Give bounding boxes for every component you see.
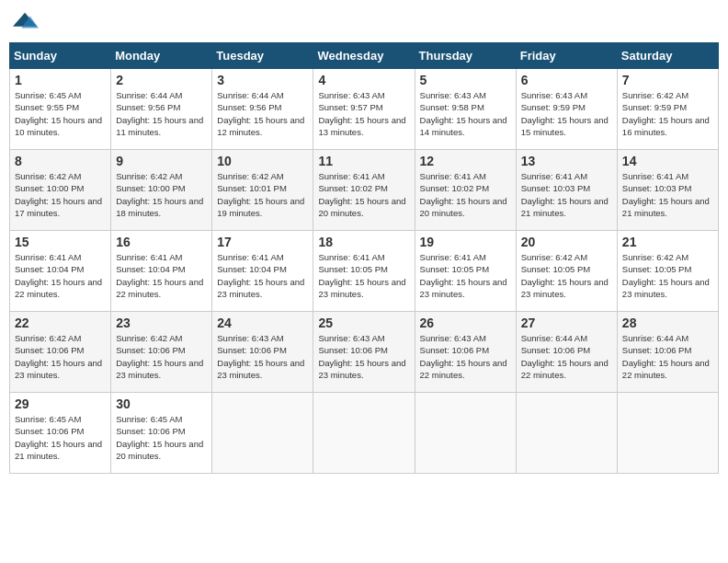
header-sunday: Sunday: [10, 43, 111, 69]
day-info: Sunrise: 6:41 AMSunset: 10:02 PMDaylight…: [420, 170, 511, 219]
calendar-cell: [313, 393, 415, 474]
logo-icon: [13, 9, 39, 35]
calendar-week-row: 15Sunrise: 6:41 AMSunset: 10:04 PMDaylig…: [10, 231, 719, 312]
calendar-cell: [415, 393, 516, 474]
day-number: 9: [116, 154, 207, 168]
day-info: Sunrise: 6:45 AMSunset: 10:06 PMDaylight…: [116, 413, 207, 462]
day-info: Sunrise: 6:42 AMSunset: 10:00 PMDaylight…: [116, 170, 207, 219]
day-number: 3: [217, 73, 308, 87]
day-info: Sunrise: 6:41 AMSunset: 10:04 PMDaylight…: [15, 251, 106, 300]
header-tuesday: Tuesday: [212, 43, 313, 69]
day-info: Sunrise: 6:42 AMSunset: 9:59 PMDaylight:…: [622, 89, 713, 138]
day-info: Sunrise: 6:45 AMSunset: 10:06 PMDaylight…: [15, 413, 106, 462]
day-number: 25: [318, 316, 409, 330]
day-info: Sunrise: 6:43 AMSunset: 9:59 PMDaylight:…: [521, 89, 612, 138]
calendar-cell: 19Sunrise: 6:41 AMSunset: 10:05 PMDaylig…: [415, 231, 516, 312]
calendar-cell: [617, 393, 718, 474]
header-friday: Friday: [516, 43, 617, 69]
day-number: 2: [116, 73, 207, 87]
calendar-cell: 15Sunrise: 6:41 AMSunset: 10:04 PMDaylig…: [10, 231, 111, 312]
day-info: Sunrise: 6:43 AMSunset: 10:06 PMDaylight…: [420, 332, 511, 381]
calendar-cell: 27Sunrise: 6:44 AMSunset: 10:06 PMDaylig…: [516, 312, 617, 393]
day-info: Sunrise: 6:43 AMSunset: 10:06 PMDaylight…: [318, 332, 409, 381]
day-info: Sunrise: 6:44 AMSunset: 9:56 PMDaylight:…: [116, 89, 207, 138]
calendar-cell: 2Sunrise: 6:44 AMSunset: 9:56 PMDaylight…: [111, 69, 212, 150]
calendar-cell: 28Sunrise: 6:44 AMSunset: 10:06 PMDaylig…: [617, 312, 718, 393]
calendar-cell: 14Sunrise: 6:41 AMSunset: 10:03 PMDaylig…: [617, 150, 718, 231]
weekday-header-row: Sunday Monday Tuesday Wednesday Thursday…: [10, 43, 719, 69]
day-info: Sunrise: 6:42 AMSunset: 10:01 PMDaylight…: [217, 170, 308, 219]
calendar-cell: 1Sunrise: 6:45 AMSunset: 9:55 PMDaylight…: [10, 69, 111, 150]
day-info: Sunrise: 6:41 AMSunset: 10:05 PMDaylight…: [420, 251, 511, 300]
day-info: Sunrise: 6:42 AMSunset: 10:05 PMDaylight…: [622, 251, 713, 300]
day-info: Sunrise: 6:41 AMSunset: 10:03 PMDaylight…: [622, 170, 713, 219]
day-info: Sunrise: 6:44 AMSunset: 9:56 PMDaylight:…: [217, 89, 308, 138]
header-thursday: Thursday: [415, 43, 516, 69]
header-monday: Monday: [111, 43, 212, 69]
day-number: 17: [217, 235, 308, 249]
day-info: Sunrise: 6:45 AMSunset: 9:55 PMDaylight:…: [15, 89, 106, 138]
day-number: 8: [15, 154, 106, 168]
calendar-cell: 13Sunrise: 6:41 AMSunset: 10:03 PMDaylig…: [516, 150, 617, 231]
calendar-cell: 16Sunrise: 6:41 AMSunset: 10:04 PMDaylig…: [111, 231, 212, 312]
calendar-week-row: 29Sunrise: 6:45 AMSunset: 10:06 PMDaylig…: [10, 393, 719, 474]
day-info: Sunrise: 6:44 AMSunset: 10:06 PMDaylight…: [521, 332, 612, 381]
day-number: 28: [622, 316, 713, 330]
day-info: Sunrise: 6:42 AMSunset: 10:06 PMDaylight…: [116, 332, 207, 381]
calendar-cell: 4Sunrise: 6:43 AMSunset: 9:57 PMDaylight…: [313, 69, 415, 150]
day-number: 1: [15, 73, 106, 87]
day-number: 14: [622, 154, 713, 168]
day-info: Sunrise: 6:41 AMSunset: 10:04 PMDaylight…: [116, 251, 207, 300]
calendar-cell: 20Sunrise: 6:42 AMSunset: 10:05 PMDaylig…: [516, 231, 617, 312]
calendar-week-row: 1Sunrise: 6:45 AMSunset: 9:55 PMDaylight…: [10, 69, 719, 150]
day-number: 24: [217, 316, 308, 330]
calendar-cell: 8Sunrise: 6:42 AMSunset: 10:00 PMDayligh…: [10, 150, 111, 231]
calendar-cell: 30Sunrise: 6:45 AMSunset: 10:06 PMDaylig…: [111, 393, 212, 474]
day-number: 7: [622, 73, 713, 87]
calendar-cell: 12Sunrise: 6:41 AMSunset: 10:02 PMDaylig…: [415, 150, 516, 231]
day-number: 27: [521, 316, 612, 330]
header-saturday: Saturday: [617, 43, 718, 69]
calendar-cell: 5Sunrise: 6:43 AMSunset: 9:58 PMDaylight…: [415, 69, 516, 150]
day-info: Sunrise: 6:43 AMSunset: 9:57 PMDaylight:…: [318, 89, 409, 138]
day-number: 6: [521, 73, 612, 87]
day-number: 18: [318, 235, 409, 249]
calendar-week-row: 22Sunrise: 6:42 AMSunset: 10:06 PMDaylig…: [10, 312, 719, 393]
logo: [13, 9, 42, 35]
day-info: Sunrise: 6:41 AMSunset: 10:03 PMDaylight…: [521, 170, 612, 219]
calendar-cell: 23Sunrise: 6:42 AMSunset: 10:06 PMDaylig…: [111, 312, 212, 393]
calendar-cell: [212, 393, 313, 474]
calendar-week-row: 8Sunrise: 6:42 AMSunset: 10:00 PMDayligh…: [10, 150, 719, 231]
day-number: 20: [521, 235, 612, 249]
day-info: Sunrise: 6:42 AMSunset: 10:06 PMDaylight…: [15, 332, 106, 381]
day-number: 23: [116, 316, 207, 330]
calendar-cell: 26Sunrise: 6:43 AMSunset: 10:06 PMDaylig…: [415, 312, 516, 393]
calendar-cell: 21Sunrise: 6:42 AMSunset: 10:05 PMDaylig…: [617, 231, 718, 312]
day-number: 16: [116, 235, 207, 249]
day-number: 15: [15, 235, 106, 249]
day-info: Sunrise: 6:44 AMSunset: 10:06 PMDaylight…: [622, 332, 713, 381]
day-info: Sunrise: 6:43 AMSunset: 10:06 PMDaylight…: [217, 332, 308, 381]
calendar-cell: 24Sunrise: 6:43 AMSunset: 10:06 PMDaylig…: [212, 312, 313, 393]
calendar-cell: 29Sunrise: 6:45 AMSunset: 10:06 PMDaylig…: [10, 393, 111, 474]
day-number: 4: [318, 73, 409, 87]
day-number: 5: [420, 73, 511, 87]
day-number: 21: [622, 235, 713, 249]
calendar-cell: 25Sunrise: 6:43 AMSunset: 10:06 PMDaylig…: [313, 312, 415, 393]
calendar-cell: 6Sunrise: 6:43 AMSunset: 9:59 PMDaylight…: [516, 69, 617, 150]
calendar-cell: 17Sunrise: 6:41 AMSunset: 10:04 PMDaylig…: [212, 231, 313, 312]
calendar-cell: [516, 393, 617, 474]
day-number: 26: [420, 316, 511, 330]
calendar-cell: 22Sunrise: 6:42 AMSunset: 10:06 PMDaylig…: [10, 312, 111, 393]
header-wednesday: Wednesday: [313, 43, 415, 69]
day-number: 13: [521, 154, 612, 168]
day-info: Sunrise: 6:41 AMSunset: 10:05 PMDaylight…: [318, 251, 409, 300]
day-info: Sunrise: 6:41 AMSunset: 10:04 PMDaylight…: [217, 251, 308, 300]
calendar-cell: 9Sunrise: 6:42 AMSunset: 10:00 PMDayligh…: [111, 150, 212, 231]
day-number: 11: [318, 154, 409, 168]
day-number: 12: [420, 154, 511, 168]
day-number: 10: [217, 154, 308, 168]
calendar-cell: 7Sunrise: 6:42 AMSunset: 9:59 PMDaylight…: [617, 69, 718, 150]
day-number: 30: [116, 396, 207, 411]
day-number: 19: [420, 235, 511, 249]
